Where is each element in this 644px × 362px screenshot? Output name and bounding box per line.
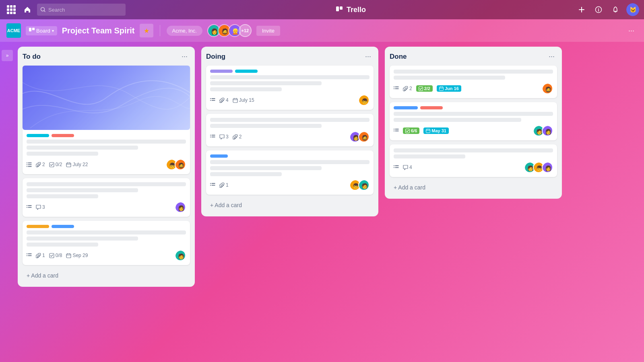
search-bar[interactable]: Search (37, 4, 126, 16)
card-line (27, 182, 186, 186)
svg-rect-6 (27, 162, 27, 163)
svg-rect-39 (395, 86, 399, 87)
card-done-2[interactable]: 6/6 May 31 🧑 👩 (390, 102, 557, 140)
assignee-1: 🧔 (542, 83, 553, 94)
card-todo-2[interactable]: 3 👩 (23, 178, 190, 217)
collapse-button[interactable]: » (2, 50, 13, 61)
card-line (27, 237, 138, 241)
label-blue (394, 106, 418, 109)
card-todo-3[interactable]: 1 0/8 Sep 29 🧑 (23, 221, 190, 265)
meta-checklist: 0/2 (49, 162, 62, 167)
card-line (394, 70, 553, 74)
attachments-count: 2 (42, 162, 45, 167)
meta-attachments: 1 (36, 253, 45, 258)
comments-count: 3 (226, 134, 229, 140)
card-done-3[interactable]: 4 🧑 👦 👩 (390, 144, 557, 177)
view-chevron-icon: ▾ (52, 29, 54, 33)
star-button[interactable]: ★ (140, 24, 153, 37)
svg-rect-38 (394, 88, 394, 89)
notification-button[interactable] (609, 4, 621, 16)
board-more-button[interactable]: ··· (625, 25, 638, 37)
assignee-1: 👩 (175, 202, 186, 213)
meta-list-icon (27, 205, 32, 210)
svg-rect-26 (212, 98, 215, 99)
assignee-3: 👩 (542, 162, 553, 173)
svg-rect-35 (212, 183, 215, 184)
meta-date: July 15 (233, 97, 254, 103)
nav-right-actions: 🐱 (576, 3, 639, 16)
home-button[interactable] (21, 3, 34, 16)
attachments-count: 1 (42, 253, 45, 258)
card-assignees: 🧔 (542, 83, 553, 94)
column-header-doing: Doing ··· (206, 51, 374, 62)
svg-rect-42 (439, 87, 443, 90)
meta-comments: 4 (403, 165, 412, 170)
card-line (210, 81, 322, 85)
label-cyan (235, 70, 258, 73)
card-todo-1[interactable]: 2 0/2 July 22 👦 (23, 66, 190, 174)
label-blue (52, 225, 74, 228)
card-line (210, 172, 282, 176)
column-more-doing[interactable]: ··· (363, 51, 374, 62)
meta-checklist: 0/8 (49, 253, 62, 258)
checklist-badge: 6/6 (403, 128, 419, 134)
card-text-lines (210, 75, 369, 91)
meta-list-icon (210, 134, 215, 140)
trello-logo-icon (335, 6, 343, 14)
column-more-done[interactable]: ··· (546, 51, 557, 62)
svg-rect-49 (394, 165, 394, 166)
workspace-button[interactable]: Acme, Inc. (167, 26, 202, 36)
meta-list-icon (210, 183, 215, 188)
board-header: ACME Board ▾ Project Team Spirit ★ Acme,… (0, 19, 644, 42)
card-line (27, 188, 138, 192)
card-assignees: 👩 (175, 202, 186, 213)
card-line (210, 87, 282, 91)
card-line (27, 194, 98, 198)
card-line (210, 118, 369, 122)
svg-rect-22 (50, 253, 54, 258)
svg-rect-8 (27, 166, 27, 167)
info-button[interactable] (592, 4, 605, 16)
header-divider (160, 25, 160, 36)
date-value: July 15 (239, 97, 254, 103)
attachments-count: 2 (239, 134, 242, 140)
assignee-2: 🧑 (358, 179, 369, 191)
meta-attachments: 2 (233, 134, 242, 140)
add-card-done[interactable]: + Add a card (390, 181, 557, 194)
meta-attachments: 1 (219, 182, 229, 188)
card-doing-3[interactable]: 1 👦 🧑 (206, 150, 374, 195)
card-line (394, 76, 505, 80)
svg-rect-23 (66, 254, 71, 258)
member-avatars: 👩 🧔 👱 +12 (207, 24, 252, 37)
svg-rect-10 (28, 164, 32, 165)
apps-button[interactable] (5, 3, 18, 16)
add-card-todo[interactable]: + Add a card (23, 269, 190, 282)
svg-rect-46 (395, 130, 399, 131)
card-line (394, 154, 465, 158)
card-doing-1[interactable]: 4 July 15 👦 (206, 66, 374, 110)
svg-rect-52 (395, 167, 399, 168)
card-doing-2[interactable]: 3 2 👩 🧔 (206, 114, 374, 146)
member-count-badge[interactable]: +12 (239, 24, 252, 37)
add-card-doing[interactable]: + Add a card (206, 199, 374, 212)
svg-rect-9 (28, 162, 32, 163)
comments-count: 3 (42, 204, 45, 210)
svg-rect-43 (394, 129, 394, 130)
card-done-1[interactable]: 2 2/2 Jun 16 🧔 (390, 66, 557, 98)
acme-logo: ACME (6, 23, 21, 38)
column-more-todo[interactable]: ··· (179, 51, 190, 62)
board-view-label: Board (36, 28, 50, 34)
meta-date: July 22 (66, 162, 88, 167)
svg-rect-36 (212, 185, 215, 185)
checklist-badge: 2/2 (416, 85, 433, 92)
svg-rect-16 (28, 205, 32, 206)
user-avatar[interactable]: 🐱 (626, 3, 639, 16)
board-view-button[interactable]: Board ▾ (26, 26, 57, 35)
search-placeholder: Search (48, 7, 65, 13)
meta-list-icon (210, 98, 215, 103)
svg-rect-13 (66, 163, 71, 167)
card-meta: 1 0/8 Sep 29 🧑 (27, 250, 186, 261)
invite-button[interactable]: Invite (256, 26, 280, 36)
card-line (27, 152, 98, 156)
add-button[interactable] (576, 4, 588, 16)
